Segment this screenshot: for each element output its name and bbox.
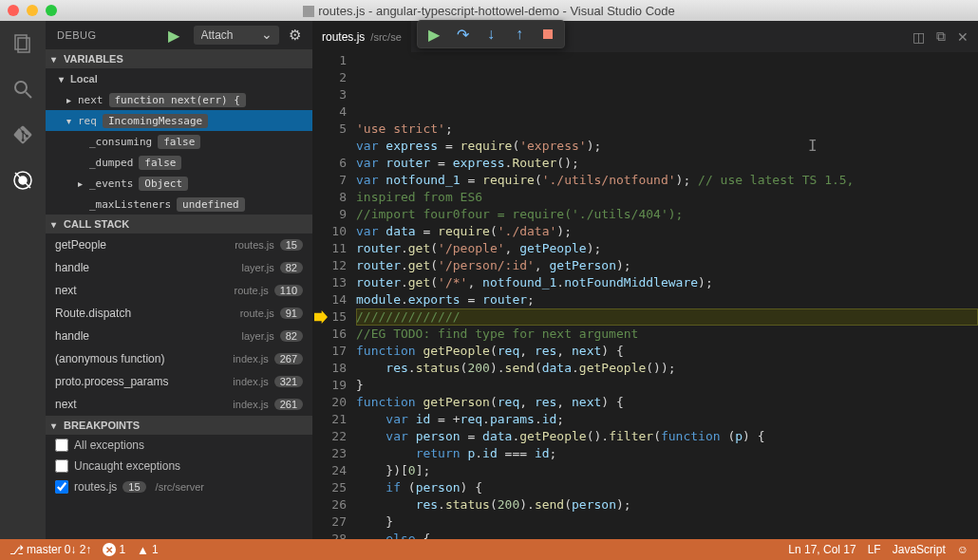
debug-label: DEBUG [57, 29, 97, 41]
split-editor-icon[interactable]: ◫ [912, 29, 925, 45]
breakpoints-section-header[interactable]: ▾BREAKPOINTS [46, 416, 312, 435]
callstack-frame[interactable]: nextroute.js110 [46, 279, 312, 302]
tab-filename: routes.js [322, 30, 365, 44]
warning-icon: ▲ [137, 543, 149, 557]
debug-toolbar: ▶ ↷ ↓ ↑ [417, 20, 565, 48]
open-preview-icon[interactable]: ⧉ [936, 28, 946, 45]
svg-point-6 [19, 177, 27, 184]
variable-row[interactable]: ▸next function next(err) { [46, 89, 312, 110]
warnings-status[interactable]: ▲1 [137, 543, 159, 557]
git-branch-status[interactable]: ⎇master 0↓ 2↑ [9, 543, 91, 557]
tab-routes-js[interactable]: routes.js /src/se [312, 21, 412, 52]
editor-actions: ◫ ⧉ ✕ [912, 21, 978, 52]
callstack-frame[interactable]: proto.process_paramsindex.js321 [46, 370, 312, 393]
checkbox[interactable] [55, 480, 68, 494]
variable-row[interactable]: _dumped false [46, 152, 312, 173]
close-window-button[interactable] [8, 5, 19, 16]
callstack-frame[interactable]: handlelayer.js82 [46, 325, 312, 347]
callstack-frame[interactable]: getPeopleroutes.js15 [46, 233, 312, 256]
code-editor[interactable]: 1234567891011121314151617181920212223242… [312, 52, 978, 539]
error-icon: ✕ [103, 543, 116, 556]
debug-config-select[interactable]: Attach [194, 26, 279, 45]
callstack-frame[interactable]: handlelayer.js82 [46, 256, 312, 279]
step-over-button[interactable]: ↷ [448, 21, 477, 47]
explorer-icon[interactable] [9, 30, 36, 57]
language-status[interactable]: JavaScript [893, 543, 946, 556]
svg-point-2 [15, 82, 27, 93]
minimize-window-button[interactable] [27, 5, 38, 16]
errors-status[interactable]: ✕1 [103, 543, 125, 556]
variables-section-header[interactable]: ▾VARIABLES [46, 49, 312, 68]
maximize-window-button[interactable] [46, 5, 57, 16]
callstack-list: getPeopleroutes.js15handlelayer.js82next… [46, 233, 312, 416]
variable-row[interactable]: _consuming false [46, 131, 312, 152]
status-bar: ⎇master 0↓ 2↑ ✕1 ▲1 Ln 17, Col 17 LF Jav… [0, 539, 978, 560]
debug-sidebar: DEBUG ▶ Attach ⚙ ▾VARIABLES ▾Local ▸next… [46, 21, 312, 539]
branch-icon: ⎇ [9, 543, 24, 557]
callstack-frame[interactable]: Route.dispatchroute.js91 [46, 302, 312, 325]
step-out-button[interactable]: ↑ [505, 21, 534, 47]
variables-list: ▾Local ▸next function next(err) {▾req In… [46, 68, 312, 215]
cursor-position-status[interactable]: Ln 17, Col 17 [788, 543, 856, 556]
start-debug-button[interactable]: ▶ [168, 27, 180, 45]
titlebar: routes.js - angular-typescript-hottowel-… [0, 0, 978, 21]
breakpoint-all-exceptions[interactable]: All exceptions [46, 435, 312, 456]
callstack-frame[interactable]: (anonymous function)index.js267 [46, 347, 312, 370]
variable-row[interactable]: ▾req IncomingMessage [46, 110, 312, 131]
code-content[interactable]: I 'use strict';var express = require('ex… [356, 52, 978, 539]
variable-row[interactable]: _maxListeners undefined [46, 194, 312, 215]
editor-area: routes.js /src/se ▶ ↷ ↓ ↑ ◫ ⧉ ✕ 12345678… [312, 21, 978, 539]
callstack-frame[interactable]: nextindex.js261 [46, 393, 312, 416]
eol-status[interactable]: LF [868, 543, 881, 556]
variable-row[interactable]: ▸_events Object [46, 173, 312, 194]
line-gutter: 1234567891011121314151617181920212223242… [312, 52, 356, 539]
window-title: routes.js - angular-typescript-hottowel-… [0, 4, 978, 18]
breakpoint-file[interactable]: routes.js15/src/server [46, 476, 312, 497]
stop-button[interactable] [534, 21, 562, 47]
feedback-icon[interactable]: ☺ [957, 543, 969, 556]
svg-line-3 [26, 92, 31, 98]
debug-icon[interactable] [9, 167, 36, 194]
continue-button[interactable]: ▶ [420, 21, 448, 47]
step-into-button[interactable]: ↓ [477, 21, 505, 47]
activity-bar [0, 21, 46, 539]
tab-bar: routes.js /src/se ▶ ↷ ↓ ↑ ◫ ⧉ ✕ [312, 21, 978, 52]
variables-scope[interactable]: ▾Local [46, 68, 312, 89]
window-controls [8, 5, 57, 16]
debug-header: DEBUG ▶ Attach ⚙ [46, 21, 312, 49]
callstack-section-header[interactable]: ▾CALL STACK [46, 215, 312, 233]
checkbox[interactable] [55, 459, 68, 473]
settings-icon[interactable]: ⚙ [289, 27, 302, 44]
checkbox[interactable] [55, 439, 68, 452]
breakpoints-list: All exceptions Uncaught exceptions route… [46, 435, 312, 497]
search-icon[interactable] [9, 76, 36, 103]
git-icon[interactable] [9, 121, 36, 148]
breakpoint-uncaught-exceptions[interactable]: Uncaught exceptions [46, 456, 312, 476]
close-editor-icon[interactable]: ✕ [957, 29, 969, 45]
file-icon [303, 6, 314, 17]
tab-path: /src/se [370, 31, 401, 43]
